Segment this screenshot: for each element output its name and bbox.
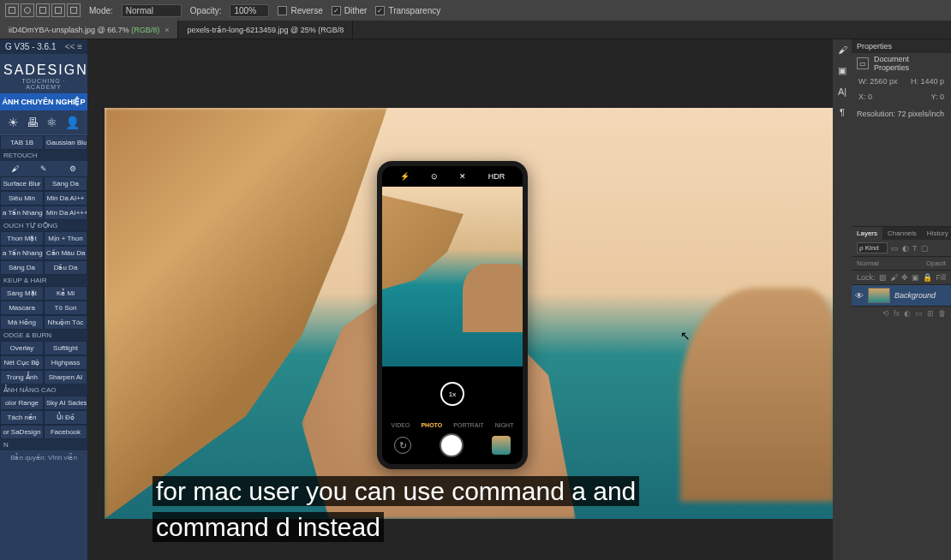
type-panel-icon[interactable]: A| [838, 86, 846, 97]
w-value: 2560 px [870, 77, 897, 86]
gradient-reflected-icon[interactable] [51, 3, 65, 17]
channels-tab[interactable]: Channels [882, 227, 922, 240]
brand-subtitle: TOUCHING · ACADEMY [3, 78, 84, 90]
btn-sang-da2[interactable]: Sáng Da [0, 260, 44, 275]
close-icon[interactable]: × [164, 26, 169, 34]
retouch-section: RETOUCH [0, 150, 87, 161]
filter-image-icon[interactable]: ▭ [891, 244, 899, 253]
switch-camera-icon: ↻ [394, 437, 411, 454]
btn-sky-ai[interactable]: Sky AI Sadesign [44, 396, 87, 410]
gradient-diamond-icon[interactable] [67, 3, 81, 17]
btn-trong-anh[interactable]: Trong Ảnh [0, 370, 44, 384]
filter-adjust-icon[interactable]: ◐ [902, 244, 909, 253]
filter-type-icon[interactable]: T [912, 244, 918, 253]
gradient-angle-icon[interactable] [36, 3, 50, 17]
btn-gaussian-blur[interactable]: Gaussian Blur [44, 135, 87, 150]
layer-name: Background [894, 291, 936, 300]
visibility-icon[interactable]: 👁 [855, 291, 864, 301]
layer-thumbnail [868, 288, 890, 303]
gradient-radial-icon[interactable] [21, 3, 34, 17]
gear-icon[interactable]: ⚙ [69, 164, 76, 173]
paragraph-panel-icon[interactable]: ¶ [840, 107, 845, 117]
transparency-checkbox[interactable]: Transparency [375, 6, 440, 15]
btn-dau-da[interactable]: Dầu Da [44, 260, 87, 275]
brush-icon[interactable]: 🖌 [11, 164, 19, 173]
sun-icon[interactable]: ☀ [8, 116, 19, 129]
right-rail: 🖌 ▣ A| ¶ [833, 39, 852, 560]
btn-sang-da[interactable]: Sáng Da [44, 176, 87, 191]
copyright: Bản quyền: Vĩnh viễn [0, 450, 87, 465]
btn-tan-nhang2[interactable]: a Tấn Nhang [0, 246, 44, 260]
shutter-button [440, 433, 464, 457]
kind-filter[interactable] [857, 242, 888, 253]
btn-to-son[interactable]: Tô Son [44, 301, 87, 315]
lock-pixel-icon[interactable]: ▨ [879, 273, 887, 282]
btn-net-cuc-bo[interactable]: Nét Cục Bộ [0, 355, 44, 370]
opacity-select[interactable]: 100% [230, 4, 269, 17]
lock-all-icon[interactable]: 🔒 [923, 273, 932, 282]
btn-sieu-min[interactable]: Siêu Min [0, 191, 44, 206]
layers-tab[interactable]: Layers [852, 227, 882, 240]
panel-icon-row: ☀ 🖶 ⚛ 👤 [0, 110, 87, 135]
brand-title: SADESIGN [3, 63, 84, 78]
gradient-linear-icon[interactable] [5, 3, 19, 17]
btn-overlay[interactable]: Overlay [0, 341, 44, 355]
btn-thon-mat[interactable]: Thon Mặt [0, 231, 44, 246]
fx-icon[interactable]: fx [894, 309, 900, 318]
reverse-checkbox[interactable]: Reverse [278, 6, 322, 15]
btn-tach-nen[interactable]: Tách nền [0, 410, 44, 425]
dither-checkbox[interactable]: Dither [332, 6, 368, 15]
btn-sadesign[interactable]: or SaDesign [0, 425, 44, 439]
btn-highpass[interactable]: Highpass [44, 355, 87, 370]
btn-min-da-ai3[interactable]: Min Da AI+++ [44, 206, 87, 220]
mode-select[interactable]: Normal [122, 4, 182, 17]
lock-move-icon[interactable]: ✥ [901, 273, 908, 282]
btn-ma-hong[interactable]: Má Hồng [0, 315, 44, 330]
resolution-value: Resolution: 72 pixels/inch [852, 104, 951, 123]
doc-tab-2[interactable]: pexels-trần-long-6213459.jpg @ 25% (RGB/… [178, 21, 353, 39]
brush-panel-icon[interactable]: 🖌 [838, 45, 847, 55]
pencil-icon[interactable]: ✎ [40, 164, 47, 173]
btn-tan-nhang[interactable]: a Tấn Nhang [0, 206, 44, 220]
flash-icon: ⚡ [400, 172, 410, 181]
trash-icon[interactable]: 🗑 [938, 309, 946, 318]
layer-background[interactable]: 👁 Background [852, 285, 951, 306]
mode-night: NIGHT [495, 422, 514, 428]
lock-brush-icon[interactable]: 🖌 [890, 273, 898, 282]
document-icon: ▭ [857, 57, 869, 69]
y-value: 0 [940, 92, 944, 101]
gallery-thumb [492, 436, 511, 455]
btn-sharpen-ai[interactable]: Sharpen AI [44, 370, 87, 384]
video-subtitle: for mac user you can use command a and c… [153, 474, 639, 545]
btn-facebook[interactable]: Facebook [44, 425, 87, 439]
panel-header[interactable]: G V35 - 3.6.1 << ≡ [0, 39, 87, 54]
btn-mascara[interactable]: Mascara [0, 301, 44, 315]
btn-nhuom-toc[interactable]: Nhuộm Tóc [44, 315, 87, 330]
btn-ke-mi[interactable]: Kẻ Mi [44, 286, 87, 301]
btn-tab1b[interactable]: TAB 1B [0, 135, 44, 150]
print-icon[interactable]: 🖶 [27, 116, 39, 129]
blend-mode[interactable]: Normal [857, 259, 879, 267]
filter-shape-icon[interactable]: ▢ [921, 244, 929, 253]
properties-tab[interactable]: Properties [852, 39, 951, 53]
lock-artboard-icon[interactable]: ▣ [912, 273, 919, 282]
mask-icon[interactable]: ◐ [904, 309, 911, 318]
history-tab[interactable]: History [922, 227, 951, 240]
y-label: Y: [930, 92, 937, 101]
clone-panel-icon[interactable]: ▣ [838, 65, 846, 76]
btn-min-thon[interactable]: Mịn + Thon [44, 231, 87, 246]
doc-tab-1[interactable]: iiD4DmYBA-unsplash.jpg @ 66.7% (RGB/8) × [0, 21, 178, 39]
btn-sang-mat[interactable]: Sáng Mặt [0, 286, 44, 301]
share-icon[interactable]: ⚛ [46, 116, 57, 129]
btn-surface-blur[interactable]: Surface Blur [0, 176, 44, 191]
user-icon[interactable]: 👤 [65, 116, 80, 129]
btn-min-da-ai[interactable]: Min Da AI++ [44, 191, 87, 206]
link-icon[interactable]: ⟲ [882, 309, 889, 318]
group-icon[interactable]: ▭ [915, 309, 923, 318]
btn-color-range[interactable]: olor Range [0, 396, 44, 410]
btn-softlight[interactable]: Softlight [44, 341, 87, 355]
panel-menu-icon[interactable]: << ≡ [65, 42, 82, 51]
btn-can-mau-da[interactable]: Cần Màu Da [44, 246, 87, 260]
new-layer-icon[interactable]: ⊞ [927, 309, 934, 318]
btn-ui-do[interactable]: Ủi Đồ [44, 410, 87, 425]
